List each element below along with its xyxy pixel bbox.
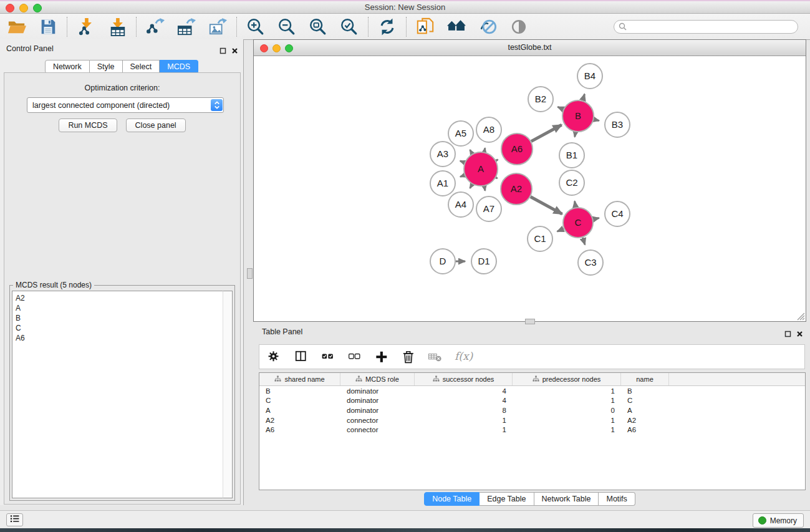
graph-node-A4[interactable]: A4: [448, 192, 473, 217]
minimize-window-button[interactable]: [19, 4, 28, 12]
edge-B-B1[interactable]: [575, 132, 576, 137]
edge-A-A3[interactable]: [460, 161, 465, 163]
table-row[interactable]: A2connector11A2: [259, 415, 805, 425]
network-graph[interactable]: B4 B2 B B3 A5 A8 A6 A3 B1 A A1 C2 A2 A4 …: [254, 56, 806, 322]
tab-mcds[interactable]: MCDS: [160, 60, 198, 74]
deselect-all-button[interactable]: [346, 348, 364, 365]
memory-button[interactable]: Memory: [753, 513, 804, 528]
mcds-result-item[interactable]: B: [16, 313, 221, 323]
float-panel-icon[interactable]: [219, 46, 226, 57]
home-button[interactable]: [446, 16, 467, 37]
edge-B-B4[interactable]: [582, 94, 584, 100]
graph-node-C2[interactable]: C2: [559, 170, 584, 195]
network-window-controls[interactable]: [260, 44, 293, 52]
function-button[interactable]: f(x): [453, 355, 474, 359]
mcds-result-list[interactable]: A2ABCA6: [12, 291, 224, 498]
graph-node-C3[interactable]: C3: [578, 250, 603, 275]
graph-node-D1[interactable]: D1: [471, 249, 496, 274]
edge-A2-C[interactable]: [531, 197, 562, 215]
tab-network-table[interactable]: Network Table: [534, 492, 599, 506]
edge-C-C3[interactable]: [583, 238, 586, 245]
graph-node-A2[interactable]: A2: [501, 173, 532, 205]
select-all-button[interactable]: [319, 348, 337, 365]
refresh-button[interactable]: [377, 16, 398, 37]
edge-C-C2[interactable]: [575, 201, 576, 208]
mcds-result-item[interactable]: A: [16, 303, 221, 313]
show-all-button[interactable]: [508, 16, 529, 37]
edge-A-A5[interactable]: [470, 150, 473, 153]
graph-node-A1[interactable]: A1: [430, 171, 455, 196]
window-controls[interactable]: [6, 4, 42, 12]
graph-node-C[interactable]: C: [563, 208, 593, 238]
mcds-result-item[interactable]: A2: [16, 293, 221, 303]
task-history-button[interactable]: [6, 513, 23, 526]
graph-node-B[interactable]: B: [562, 100, 594, 132]
edge-C-C4[interactable]: [593, 218, 599, 220]
column-header-shared-name[interactable]: shared name: [259, 373, 340, 385]
graph-node-B1[interactable]: B1: [559, 143, 584, 168]
edge-A-A1[interactable]: [460, 175, 465, 177]
tab-node-table[interactable]: Node Table: [424, 492, 480, 506]
hide-selected-button[interactable]: [477, 16, 498, 37]
network-zoom-button[interactable]: [285, 44, 293, 52]
column-header-name[interactable]: name: [621, 373, 669, 385]
mcds-result-scrollbar[interactable]: [223, 291, 233, 498]
export-network-button[interactable]: [145, 16, 166, 37]
network-minimize-button[interactable]: [272, 44, 281, 52]
edge-B-B2[interactable]: [557, 107, 563, 109]
mcds-result-item[interactable]: A6: [16, 333, 221, 343]
graph-node-B3[interactable]: B3: [605, 112, 630, 137]
horizontal-splitter-handle[interactable]: [525, 319, 535, 324]
graph-node-B2[interactable]: B2: [528, 87, 553, 112]
graph-node-A6[interactable]: A6: [501, 133, 533, 165]
table-row[interactable]: Cdominator41C: [259, 396, 805, 406]
edge-A-A8[interactable]: [485, 148, 485, 152]
graph-node-A8[interactable]: A8: [476, 117, 501, 142]
graph-node-A3[interactable]: A3: [430, 142, 455, 167]
zoom-selected-button[interactable]: [339, 16, 360, 37]
export-image-button[interactable]: [207, 16, 228, 37]
close-window-button[interactable]: [6, 4, 14, 12]
export-table-button[interactable]: [176, 16, 197, 37]
settings-button[interactable]: [266, 348, 283, 365]
graph-node-B4[interactable]: B4: [577, 64, 602, 89]
tab-motifs[interactable]: Motifs: [599, 492, 635, 506]
column-header-mcds-role[interactable]: MCDS role: [340, 373, 415, 385]
zoom-in-button[interactable]: [245, 16, 266, 37]
graph-node-D[interactable]: D: [430, 249, 455, 274]
delete-table-button[interactable]: [427, 348, 444, 365]
network-close-button[interactable]: [260, 44, 268, 52]
table-row[interactable]: A6connector11A6: [259, 425, 805, 435]
save-session-button[interactable]: [37, 16, 59, 37]
optimization-criterion-select[interactable]: largest connected component (directed): [27, 97, 224, 113]
graph-node-A7[interactable]: A7: [476, 196, 501, 221]
edge-A-A6[interactable]: [496, 160, 498, 161]
edge-A6-B[interactable]: [531, 125, 562, 141]
run-mcds-button[interactable]: Run MCDS: [59, 118, 117, 132]
close-panel-icon[interactable]: [796, 329, 803, 340]
table-row[interactable]: Bdominator41B: [259, 386, 805, 396]
tab-network[interactable]: Network: [45, 60, 90, 74]
zoom-fit-button[interactable]: [307, 16, 329, 37]
tab-style[interactable]: Style: [90, 60, 123, 74]
network-canvas[interactable]: B4 B2 B B3 A5 A8 A6 A3 B1 A A1 C2 A2 A4 …: [254, 56, 806, 321]
graph-node-A5[interactable]: A5: [448, 121, 473, 146]
edge-A-A7[interactable]: [485, 186, 485, 190]
edge-A-A4[interactable]: [470, 184, 473, 188]
search-input[interactable]: [614, 20, 798, 34]
zoom-out-button[interactable]: [276, 16, 297, 37]
graph-node-C1[interactable]: C1: [528, 226, 552, 251]
column-header-successor-nodes[interactable]: successor nodes: [415, 373, 513, 385]
close-panel-icon[interactable]: [231, 46, 238, 57]
network-from-selection-button[interactable]: [415, 16, 436, 37]
edge-A-A2[interactable]: [496, 178, 497, 178]
graph-node-C4[interactable]: C4: [605, 201, 630, 226]
import-network-button[interactable]: [75, 16, 97, 37]
zoom-window-button[interactable]: [33, 4, 42, 12]
edge-B-B3[interactable]: [594, 120, 599, 121]
mcds-result-item[interactable]: C: [16, 323, 221, 333]
column-header-predecessor-nodes[interactable]: predecessor nodes: [513, 373, 621, 385]
open-session-button[interactable]: [6, 16, 27, 37]
close-panel-button[interactable]: Close panel: [126, 118, 186, 132]
split-view-button[interactable]: [292, 348, 310, 365]
